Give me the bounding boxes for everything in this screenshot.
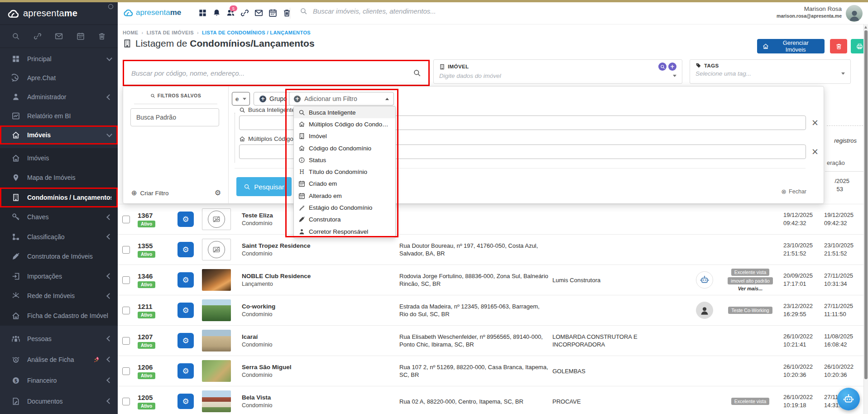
add-group-button[interactable]: + Grupo bbox=[254, 92, 293, 106]
robot-avatar[interactable] bbox=[696, 271, 713, 289]
sidebar-item-analise-de-ficha[interactable]: Análise de Ficha bbox=[0, 349, 118, 370]
sidebar-item-condominios-lancamentos[interactable]: Condomínios / Lançamentos bbox=[0, 188, 118, 207]
table-row[interactable]: 1205Ativo⚙Bela VistaCondomínioRua 02 A, … bbox=[118, 386, 864, 414]
calendar-icon[interactable] bbox=[269, 9, 277, 17]
sidebar-item-apre-chat[interactable]: Apre.Chat bbox=[0, 68, 118, 87]
no-image-thumbnail[interactable] bbox=[202, 208, 231, 230]
table-row[interactable]: 1211Ativo⚙Co-workingCondomínioEstrada da… bbox=[118, 295, 864, 326]
filter-option-alterado-em[interactable]: Alterado em bbox=[294, 190, 395, 202]
breadcrumb-item[interactable]: LISTA DE CONDOMÍNIOS / LANÇAMENTOS bbox=[202, 30, 311, 35]
sidebar-item-classificacao[interactable]: Classificação bbox=[0, 227, 118, 247]
ver-mais-link[interactable]: Ver mais... bbox=[738, 286, 763, 291]
sidebar-item-financeiro[interactable]: $Financeiro bbox=[0, 370, 118, 391]
filter-option-status[interactable]: Status bbox=[294, 154, 395, 166]
row-checkbox[interactable] bbox=[122, 307, 130, 314]
avatar[interactable] bbox=[846, 5, 863, 22]
delete-button[interactable] bbox=[830, 39, 847, 53]
row-settings-button[interactable]: ⚙ bbox=[177, 212, 194, 227]
condo-search-input[interactable] bbox=[124, 69, 413, 77]
breadcrumb-item[interactable]: LISTA DE IMÓVEIS bbox=[147, 30, 194, 35]
breadcrumb-item[interactable]: HOME bbox=[123, 30, 139, 35]
table-row[interactable]: 1355Ativo⚙Saint Tropez ResidenceCondomín… bbox=[118, 235, 864, 265]
add-filter-button[interactable]: + Adicionar um Filtro bbox=[289, 92, 394, 106]
table-row[interactable]: 1206Ativo⚙Serra São MiguelCondomínioRua … bbox=[118, 356, 864, 386]
search-icon[interactable] bbox=[413, 69, 421, 77]
topbar-logo[interactable]: apresentame bbox=[123, 8, 181, 18]
sidebar-item-imoveis[interactable]: Imóveis bbox=[0, 148, 118, 168]
tags-select[interactable]: Selecione uma tag... bbox=[695, 70, 845, 77]
gerenciar-imoveis-button[interactable]: Gerenciar Imóveis bbox=[757, 39, 825, 53]
pin-sidebar-icon[interactable] bbox=[108, 4, 113, 9]
filter-option-busca-inteligente[interactable]: Busca Inteligente bbox=[294, 106, 395, 118]
sidebar-item-documentos[interactable]: Documentos bbox=[0, 391, 118, 412]
link-icon[interactable] bbox=[34, 32, 42, 40]
imovel-select[interactable]: Digite dados do imóvel bbox=[439, 72, 676, 79]
no-image-thumbnail[interactable] bbox=[202, 239, 231, 260]
user-info[interactable]: Marison Rosa marison.rosa@apresenta.me bbox=[777, 5, 842, 19]
filter-option-corretor-responsavel[interactable]: Corretor Responsável bbox=[294, 226, 395, 237]
gear-icon[interactable]: ⚙ bbox=[215, 188, 221, 197]
row-checkbox[interactable] bbox=[122, 216, 130, 223]
condo-photo-thumbnail[interactable] bbox=[202, 390, 231, 412]
mail-icon[interactable] bbox=[55, 32, 63, 40]
row-checkbox[interactable] bbox=[122, 276, 130, 284]
clear-filter-icon[interactable]: × bbox=[811, 118, 819, 127]
table-row[interactable]: 1207Ativo⚙IcaraíCondomínioRua Elisabeth … bbox=[118, 326, 864, 356]
scrollbar-thumb[interactable] bbox=[864, 30, 868, 379]
filter-option-titulo-do-condominio[interactable]: HTítulo do Condomínio bbox=[294, 166, 395, 178]
filter-option-multiplos-codigo-do-condomi[interactable]: Múltiplos Código do Condomí... bbox=[294, 118, 395, 130]
row-checkbox[interactable] bbox=[122, 337, 130, 345]
row-checkbox[interactable] bbox=[122, 367, 130, 375]
sidebar-item-ficha-de-cadastro-de-imovel[interactable]: Ficha de Cadastro de Imóvel bbox=[0, 306, 118, 326]
sidebar-item-rede-de-imoveis[interactable]: Rede de Imóveis bbox=[0, 286, 118, 306]
row-settings-button[interactable]: ⚙ bbox=[177, 333, 194, 348]
condo-photo-thumbnail[interactable] bbox=[202, 299, 231, 321]
users-icon[interactable]: 5 bbox=[226, 9, 235, 17]
link-icon[interactable] bbox=[240, 9, 249, 17]
sidebar-item-mapa-de-imoveis[interactable]: Mapa de Imóveis bbox=[0, 168, 118, 188]
trash-icon[interactable] bbox=[98, 32, 106, 40]
row-settings-button[interactable]: ⚙ bbox=[177, 303, 194, 318]
row-settings-button[interactable]: ⚙ bbox=[177, 272, 194, 288]
fechar-button[interactable]: ⊗ Fechar bbox=[781, 188, 806, 195]
filter-option-imovel[interactable]: Imóvel bbox=[294, 130, 395, 142]
global-search[interactable] bbox=[300, 7, 617, 15]
saved-filter-busca-padrao[interactable]: Busca Padrão bbox=[130, 108, 219, 126]
row-checkbox[interactable] bbox=[122, 246, 130, 254]
clear-filter-icon[interactable]: × bbox=[811, 147, 819, 156]
search-icon[interactable] bbox=[12, 32, 20, 40]
grid-icon[interactable] bbox=[198, 9, 207, 17]
broker-avatar[interactable] bbox=[696, 302, 713, 319]
chat-assistant-button[interactable] bbox=[837, 388, 860, 410]
row-settings-button[interactable]: ⚙ bbox=[177, 363, 194, 379]
imovel-search-icon[interactable] bbox=[658, 63, 667, 71]
condo-search[interactable] bbox=[123, 60, 430, 86]
table-row[interactable]: 1346Ativo⚙NOBLE Club ResidenceLançamento… bbox=[118, 265, 864, 295]
imovel-add-icon[interactable]: + bbox=[668, 63, 676, 71]
sidebar-logo[interactable]: apresentame bbox=[0, 2, 118, 25]
pesquisar-button[interactable]: Pesquisar bbox=[236, 177, 292, 196]
row-checkbox[interactable] bbox=[122, 398, 130, 405]
sidebar-item-chaves[interactable]: Chaves bbox=[0, 207, 118, 227]
condo-photo-thumbnail[interactable] bbox=[202, 360, 231, 382]
bell-icon[interactable] bbox=[212, 9, 221, 17]
create-filter-button[interactable]: ⊕ Criar Filtro bbox=[131, 189, 169, 197]
condo-photo-thumbnail[interactable] bbox=[202, 330, 231, 351]
calendar-icon[interactable] bbox=[77, 32, 85, 40]
sidebar-item-importacoes[interactable]: Importações bbox=[0, 266, 118, 286]
filter-option-codigo-do-condominio[interactable]: Código do Condomínio bbox=[294, 142, 395, 154]
filter-option-construtora[interactable]: Construtora bbox=[294, 214, 395, 226]
operator-select[interactable]: e bbox=[232, 92, 250, 106]
sidebar-item-construtora-de-imoveis[interactable]: Construtora de Imóveis bbox=[0, 247, 118, 267]
scroll-up-arrow-icon[interactable] bbox=[864, 26, 867, 29]
global-search-input[interactable] bbox=[312, 7, 595, 15]
sidebar-item-relatorio-em-bi[interactable]: Relatório em BI bbox=[0, 106, 118, 125]
row-settings-button[interactable]: ⚙ bbox=[177, 242, 194, 257]
filter-option-estagio-do-condominio[interactable]: Estágio do Condomínio bbox=[294, 202, 395, 213]
filter-option-criado-em[interactable]: Criado em bbox=[294, 178, 395, 190]
condo-photo-thumbnail[interactable] bbox=[202, 269, 231, 291]
mail-icon[interactable] bbox=[254, 9, 263, 17]
sidebar-item-administrador[interactable]: Administrador bbox=[0, 87, 118, 106]
table-row[interactable]: 1367Ativo⚙Teste ElizaCondomínio19/12/202… bbox=[118, 204, 864, 235]
row-settings-button[interactable]: ⚙ bbox=[177, 394, 194, 409]
